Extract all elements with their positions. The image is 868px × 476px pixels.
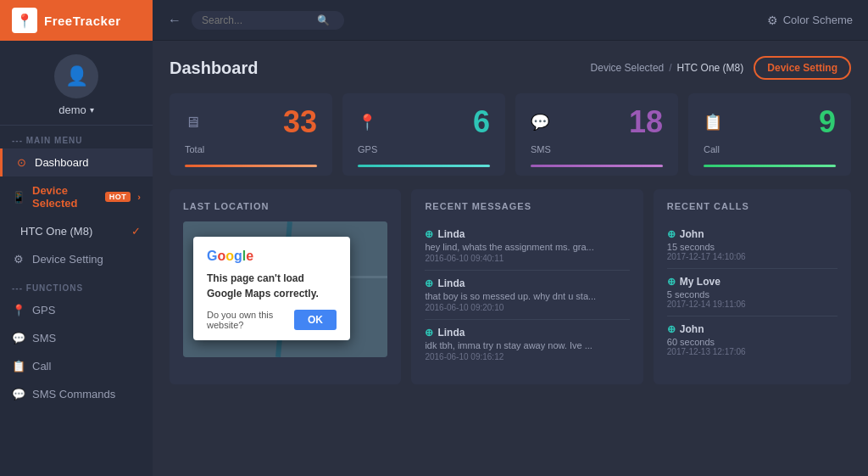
search-icon: 🔍 <box>317 14 330 26</box>
call-duration-1: 5 seconds <box>667 289 837 300</box>
dashboard-icon: ⊙ <box>14 156 28 169</box>
message-item-1[interactable]: ⊕ Linda that boy is so messed up. why dn… <box>425 271 629 320</box>
stat-card-gps: 📍 6 GPS <box>342 93 505 176</box>
dialog-message: This page can't load Google Maps correct… <box>207 271 337 301</box>
sidebar-item-label: SMS Commands <box>32 388 115 400</box>
sidebar-logo: 📍 FreeTracker <box>0 0 153 41</box>
contact-icon: ⊕ <box>425 277 433 289</box>
device-setting-icon: ⚙ <box>12 253 25 266</box>
calls-list: ⊕ John 15 seconds 2017-12-17 14:10:06 ⊕ … <box>667 221 837 363</box>
color-scheme-button[interactable]: ⚙ Color Scheme <box>767 14 853 27</box>
main-content: ← 🔍 ⚙ Color Scheme Dashboard Device Sele… <box>153 0 868 476</box>
bottom-row: LAST LOCATION Google This page can't loa… <box>170 189 851 384</box>
logo-icon: 📍 <box>12 8 37 33</box>
sidebar-item-sms[interactable]: 💬 SMS <box>0 324 153 352</box>
sms-value: 18 <box>629 107 663 137</box>
stat-card-total: 🖥 33 Total <box>170 93 332 176</box>
avatar: 👤 <box>54 54 98 98</box>
msg-preview-0: hey lind, whats the assignment ms. gra..… <box>425 242 629 252</box>
gps-label: GPS <box>358 144 490 154</box>
sidebar-item-device-selected[interactable]: 📱 Device Selected HOT › <box>0 176 153 217</box>
call-duration-2: 60 seconds <box>667 337 837 347</box>
sidebar: 📍 FreeTracker 👤 demo ▾ --- MAIN MENU ⊙ D… <box>0 0 153 476</box>
device-setting-button[interactable]: Device Setting <box>754 56 851 80</box>
dialog-bottom: Do you own this website? OK <box>207 310 337 330</box>
page-title: Dashboard <box>170 59 258 78</box>
device-selected-icon: 📱 <box>12 191 25 204</box>
back-button[interactable]: ← <box>168 13 181 28</box>
msg-contact-2: ⊕ Linda <box>425 327 629 339</box>
sidebar-item-device-setting[interactable]: ⚙ Device Setting <box>0 245 153 273</box>
recent-messages-title: RECENT MESSAGES <box>425 201 629 211</box>
total-label: Total <box>185 144 317 154</box>
sms-commands-icon: 💬 <box>12 388 25 400</box>
sms-label: SMS <box>531 144 663 154</box>
hot-badge: HOT <box>105 192 131 202</box>
dialog-question: Do you own this website? <box>207 310 294 330</box>
call-icon: 📋 <box>12 360 25 372</box>
sidebar-item-label: Call <box>32 360 51 372</box>
call-contact-0: ⊕ John <box>667 228 837 240</box>
sidebar-item-label: SMS <box>32 332 56 344</box>
call-item-1[interactable]: ⊕ My Love 5 seconds 2017-12-14 19:11:06 <box>667 269 837 316</box>
breadcrumb-device-selected: Device Selected <box>591 62 665 74</box>
app-name: FreeTracker <box>44 14 121 28</box>
color-scheme-label: Color Scheme <box>783 14 853 26</box>
gps-value: 6 <box>473 107 490 137</box>
last-location-title: LAST LOCATION <box>183 201 387 211</box>
breadcrumb: Device Selected / HTC One (M8) <box>591 62 744 74</box>
user-dropdown-arrow: ▾ <box>90 105 94 115</box>
check-icon: ✓ <box>131 225 141 238</box>
sidebar-item-label: Device Selected <box>32 184 98 210</box>
call-duration-0: 15 seconds <box>667 242 837 252</box>
call-value: 9 <box>819 107 836 137</box>
user-display-name: demo <box>58 104 86 116</box>
gps-stat-icon: 📍 <box>358 113 376 132</box>
call-bar <box>704 165 836 167</box>
google-logo: Google <box>207 249 337 264</box>
gps-icon: 📍 <box>12 304 25 316</box>
stat-card-sms: 💬 18 SMS <box>515 93 678 176</box>
dialog-ok-button[interactable]: OK <box>294 310 337 330</box>
contact-icon: ⊕ <box>425 327 433 339</box>
call-label: Call <box>704 144 836 154</box>
msg-preview-2: idk tbh, imma try n stay away now. Ive .… <box>425 340 629 350</box>
message-item-2[interactable]: ⊕ Linda idk tbh, imma try n stay away no… <box>425 320 629 368</box>
sms-bar <box>531 165 663 167</box>
sidebar-item-gps[interactable]: 📍 GPS <box>0 296 153 324</box>
main-menu-label: --- MAIN MENU <box>0 126 153 148</box>
sidebar-item-label: GPS <box>32 304 55 316</box>
call-item-2[interactable]: ⊕ John 60 seconds 2017-12-13 12:17:06 <box>667 316 837 363</box>
sidebar-item-dashboard[interactable]: ⊙ Dashboard <box>0 148 153 176</box>
search-box[interactable]: 🔍 <box>192 11 344 30</box>
sidebar-item-call[interactable]: 📋 Call <box>0 352 153 380</box>
sidebar-item-htc[interactable]: HTC One (M8) ✓ <box>0 217 153 245</box>
message-item-0[interactable]: ⊕ Linda hey lind, whats the assignment m… <box>425 221 629 271</box>
search-input[interactable] <box>202 14 312 26</box>
sms-icon: 💬 <box>12 332 25 344</box>
gps-bar <box>358 165 490 167</box>
sidebar-item-sms-commands[interactable]: 💬 SMS Commands <box>0 380 153 408</box>
contact-icon: ⊕ <box>667 323 676 335</box>
user-name-row[interactable]: demo ▾ <box>58 104 94 116</box>
messages-list: ⊕ Linda hey lind, whats the assignment m… <box>425 221 629 368</box>
msg-contact-0: ⊕ Linda <box>425 228 629 240</box>
google-dialog: Google This page can't load Google Maps … <box>193 237 350 340</box>
contact-icon: ⊕ <box>667 228 676 240</box>
msg-time-2: 2016-06-10 09:16:12 <box>425 352 629 361</box>
call-time-0: 2017-12-17 14:10:06 <box>667 252 837 261</box>
topbar: ← 🔍 ⚙ Color Scheme <box>153 0 868 41</box>
call-item-0[interactable]: ⊕ John 15 seconds 2017-12-17 14:10:06 <box>667 221 837 269</box>
map-container: Google This page can't load Google Maps … <box>183 221 387 357</box>
recent-calls-card: RECENT CALLS ⊕ John 15 seconds 2017-12-1… <box>654 189 851 384</box>
recent-messages-card: RECENT MESSAGES ⊕ Linda hey lind, whats … <box>411 189 643 384</box>
contact-icon: ⊕ <box>425 228 433 240</box>
total-value: 33 <box>283 107 317 137</box>
functions-label: --- FUNCTIONS <box>0 273 153 296</box>
recent-calls-title: RECENT CALLS <box>667 201 837 211</box>
chevron-right-icon: › <box>137 192 141 202</box>
call-time-2: 2017-12-13 12:17:06 <box>667 347 837 356</box>
content-area: Dashboard Device Selected / HTC One (M8)… <box>153 41 868 476</box>
total-icon: 🖥 <box>185 114 200 132</box>
call-stat-icon: 📋 <box>704 113 722 132</box>
